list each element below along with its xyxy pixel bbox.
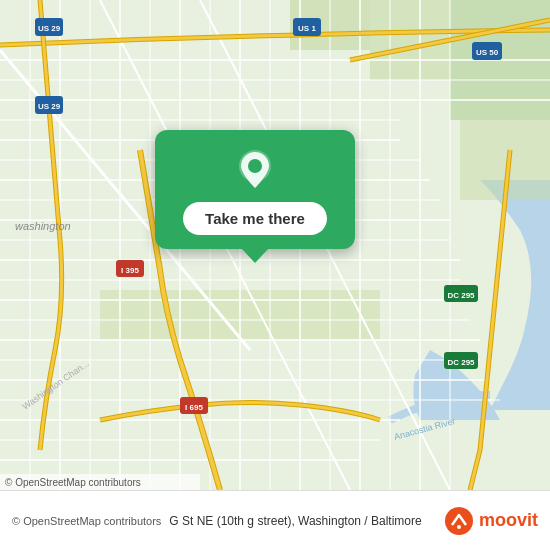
svg-text:I 395: I 395 [121,266,139,275]
osm-attribution: © OpenStreetMap contributors [12,515,161,527]
svg-text:US 50: US 50 [476,48,499,57]
take-me-there-button[interactable]: Take me there [183,202,327,235]
svg-text:DC 295: DC 295 [447,358,475,367]
moovit-logo: moovit [445,507,538,535]
bottom-bar: © OpenStreetMap contributors G St NE (10… [0,490,550,550]
moovit-text: moovit [479,510,538,531]
location-pin-icon [233,148,277,192]
svg-text:washington: washington [15,220,71,232]
svg-point-68 [445,507,473,535]
popup-card: Take me there [155,130,355,249]
map-container: washington Washington Chan... Anacostia … [0,0,550,490]
svg-point-69 [457,525,461,529]
svg-point-67 [248,159,262,173]
svg-text:© OpenStreetMap contributors: © OpenStreetMap contributors [5,477,141,488]
svg-text:US 29: US 29 [38,24,61,33]
svg-text:I 695: I 695 [185,403,203,412]
location-label: G St NE (10th g street), Washington / Ba… [169,514,437,528]
svg-text:US 1: US 1 [298,24,316,33]
svg-text:US 29: US 29 [38,102,61,111]
svg-text:DC 295: DC 295 [447,291,475,300]
moovit-icon [445,507,473,535]
